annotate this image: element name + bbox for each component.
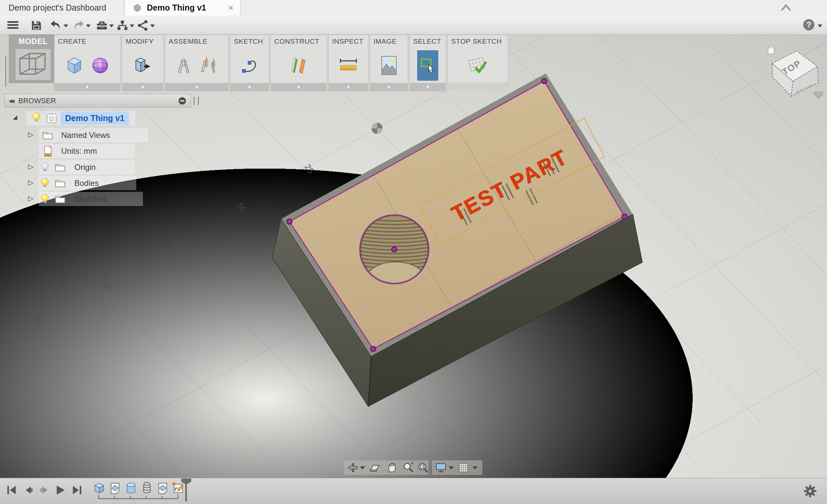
minimize-browser-icon[interactable] [179,97,186,104]
step-forward-icon[interactable] [38,484,50,496]
hierarchy-icon[interactable] [116,19,128,32]
zoom-icon[interactable] [403,462,414,473]
folder-icon [55,163,66,172]
expanded-arrow-icon[interactable]: ◢ [13,114,17,121]
section-label: SKETCH [234,37,263,45]
browser-row-sketches[interactable]: ▷ Sketches [4,192,203,207]
browser-header[interactable]: ◀◀ BROWSER [4,94,191,107]
create-sphere-icon[interactable] [90,56,110,75]
stop-sketch-icon[interactable] [467,56,488,75]
construction-plane-icon[interactable] [289,56,309,75]
browser-row-named-views[interactable]: ▷ Named Views [4,128,203,143]
go-to-end-icon[interactable] [71,484,83,496]
collapsed-arrow-icon[interactable]: ▷ [28,163,34,171]
sketch-spline-icon[interactable] [240,56,260,75]
help-icon[interactable]: ? [803,19,815,31]
browser-grip-handle[interactable] [194,97,199,105]
undo-dropdown-icon[interactable] [63,24,68,28]
section-label: CONSTRUCT [274,37,319,45]
grid-settings-icon[interactable] [458,462,469,473]
visibility-bulb-icon[interactable] [33,113,40,120]
browser-root-label[interactable]: Demo Thing v1 [60,112,129,125]
new-component-icon[interactable] [174,56,193,75]
image-dropdown[interactable]: ▼ [370,83,408,91]
display-settings-dropdown-icon[interactable] [448,466,454,470]
hamburger-menu-icon[interactable] [7,21,18,29]
modify-dropdown[interactable]: ▼ [122,83,163,91]
inspect-dropdown[interactable]: ▼ [329,83,368,91]
browser-item-label: Bodies [75,179,99,188]
collapsed-arrow-icon[interactable]: ▷ [28,179,34,187]
save-icon[interactable] [31,19,42,32]
collapse-browser-icon[interactable]: ◀◀ [9,98,13,103]
timeline-marker[interactable] [185,482,187,501]
workspace-label: MODEL [9,37,57,46]
coil-feature-icon[interactable] [140,482,153,495]
select-dropdown[interactable]: ▼ [409,83,446,91]
assemble-dropdown[interactable]: ▼ [165,83,229,91]
edit-sketch-feature-icon[interactable] [172,482,185,495]
section-label: IMAGE [374,37,397,45]
joint-icon[interactable] [199,56,219,75]
display-settings-icon[interactable] [435,462,447,473]
attach-image-icon[interactable] [380,55,398,76]
ribbon-section-assemble: ASSEMBLE [165,35,229,83]
grid-settings-dropdown-icon[interactable] [472,466,478,470]
section-label: INSPECT [332,37,363,45]
ribbon: MODEL CREATE [4,35,510,91]
share-dropdown-icon[interactable] [150,24,155,28]
browser-row-units[interactable]: Units: mm [4,144,203,159]
redo-icon[interactable] [73,19,85,32]
sketch-feature-icon[interactable] [156,482,169,495]
go-to-start-icon[interactable] [6,484,18,496]
tab-dashboard[interactable]: Demo project's Dashboard [0,0,125,15]
collapsed-arrow-icon[interactable]: ▷ [28,131,34,139]
visibility-bulb-icon[interactable] [41,178,49,186]
look-at-icon[interactable] [369,462,380,473]
construct-dropdown[interactable]: ▼ [271,83,327,91]
create-box-icon[interactable] [64,56,84,75]
collapse-tabbar-chevron-icon[interactable] [780,3,792,12]
tab-document[interactable]: Demo Thing v1 × [125,0,241,15]
browser-row-root[interactable]: ◢ Demo Thing v1 [4,111,203,126]
browser-row-origin[interactable]: ▷ Origin [4,160,203,175]
share-icon[interactable] [137,19,149,32]
pan-icon[interactable] [386,462,398,473]
cylinder-feature-icon[interactable] [125,482,138,495]
sketch-feature-icon[interactable] [108,482,122,495]
step-back-icon[interactable] [22,484,35,496]
press-pull-icon[interactable] [133,56,153,75]
play-icon[interactable] [54,484,66,496]
toolbox-dropdown-icon[interactable] [109,24,114,28]
folder-icon [55,179,66,188]
hierarchy-dropdown-icon[interactable] [130,24,134,28]
workspace-selector[interactable]: MODEL [9,35,57,83]
orbit-dropdown-icon[interactable] [360,466,365,470]
create-dropdown[interactable]: ▼ [54,83,120,91]
measure-icon[interactable] [338,56,359,75]
box-feature-icon[interactable] [93,482,106,495]
fusion-360-window: 25 50 75 100 125 TOP RIGHT TEST PART [0,0,827,504]
visibility-bulb-icon[interactable] [41,194,49,201]
browser-item-label: Units: mm [61,147,97,156]
section-label: ASSEMBLE [169,37,207,45]
window-zoom-icon[interactable] [418,462,429,473]
toolbox-icon[interactable] [96,19,108,32]
tab-close-icon[interactable]: × [228,5,234,11]
ribbon-section-select: SELECT [409,35,446,83]
orbit-icon[interactable] [347,462,358,473]
gear-icon[interactable] [803,484,817,498]
browser-item-label: Named Views [61,131,110,140]
select-tool-active[interactable] [417,50,438,81]
section-label: CREATE [58,37,87,45]
collapsed-arrow-icon[interactable]: ▷ [28,195,34,202]
help-dropdown-icon[interactable] [818,24,822,28]
browser-row-bodies[interactable]: ▷ Bodies [4,175,203,191]
undo-icon[interactable] [50,19,61,32]
browser-item-label: Origin [75,163,96,172]
visibility-bulb-icon[interactable] [41,162,49,170]
sketch-dropdown[interactable]: ▼ [230,83,269,91]
tab-document-label: Demo Thing v1 [147,3,206,12]
redo-dropdown-icon[interactable] [86,24,91,28]
section-label: SELECT [413,37,441,45]
